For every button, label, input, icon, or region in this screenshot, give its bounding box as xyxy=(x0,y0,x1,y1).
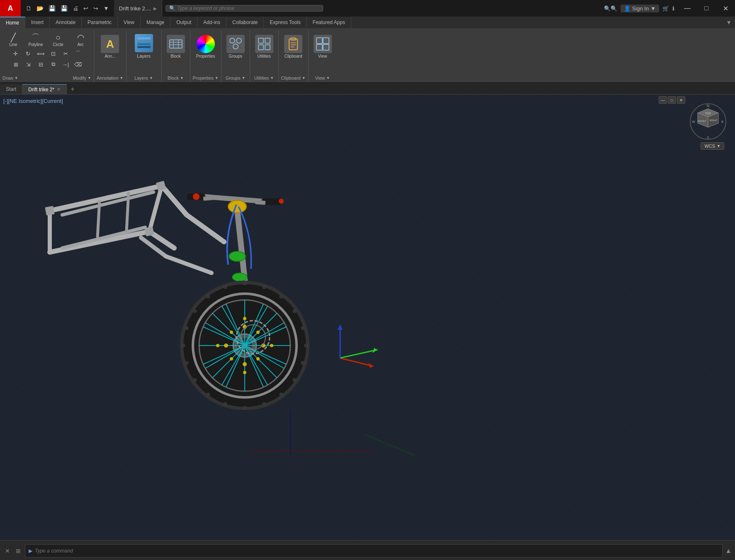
annotation-group-label[interactable]: Annotation ▼ xyxy=(97,75,124,80)
fillet-tool[interactable]: ⌒ xyxy=(73,49,84,58)
view-group-label[interactable]: View ▼ xyxy=(315,75,330,80)
tab-start[interactable]: Start xyxy=(0,84,22,94)
svg-point-118 xyxy=(185,326,188,330)
erase-icon: ⌫ xyxy=(74,61,82,68)
customize-icon[interactable]: ▼ xyxy=(102,4,111,12)
clipboard-group-label[interactable]: Clipboard ▼ xyxy=(281,75,306,80)
wcs-dropdown-icon: ▼ xyxy=(717,144,720,148)
tab-addins[interactable]: Add-ins xyxy=(197,17,226,28)
search-box[interactable]: 🔍 xyxy=(165,5,323,12)
tab-annotate[interactable]: Annotate xyxy=(50,17,82,28)
tab-drift-trike[interactable]: Drift trike 2* ✕ xyxy=(22,84,67,94)
ribbon-options-icon[interactable]: ▼ xyxy=(726,19,732,26)
utilities-group-label[interactable]: Utilities ▼ xyxy=(254,75,274,80)
open-file-icon[interactable]: 📂 xyxy=(35,4,45,12)
maximize-button[interactable]: □ xyxy=(697,0,716,17)
new-tab-button[interactable]: + xyxy=(67,84,78,94)
array-tool[interactable]: ⊞ xyxy=(10,60,22,69)
viewport-minimize-button[interactable]: — xyxy=(659,96,667,104)
draw-group-label[interactable]: Draw ▼ xyxy=(2,75,18,80)
svg-line-50 xyxy=(187,215,224,242)
new-file-icon[interactable]: 🗋 xyxy=(24,4,33,12)
tab-expresstools[interactable]: Express Tools xyxy=(264,17,307,28)
info-icon[interactable]: ℹ xyxy=(672,5,674,12)
annotation-button[interactable]: A Ann... xyxy=(98,32,122,58)
svg-text:TOP: TOP xyxy=(705,112,711,115)
command-input[interactable] xyxy=(35,548,719,554)
viewcube[interactable]: TOP FRONT RIGHT N E S W xyxy=(689,103,727,140)
search-input[interactable] xyxy=(177,5,319,11)
tab-home[interactable]: Home xyxy=(0,17,25,28)
cmdline-up-arrow[interactable]: ▲ xyxy=(725,547,732,555)
svg-point-10 xyxy=(236,38,241,43)
command-line: ✕ ⊞ ▶ ▲ xyxy=(0,540,735,560)
mirror-tool[interactable]: ⟺ xyxy=(35,49,47,58)
block-button[interactable]: Block xyxy=(164,32,187,58)
line-button[interactable]: ╱ Line xyxy=(2,32,24,47)
layers-group-label[interactable]: Layers ▼ xyxy=(134,75,153,80)
tab-view[interactable]: View xyxy=(118,17,141,28)
svg-point-11 xyxy=(233,44,238,49)
groups-tool-label[interactable]: Groups ▼ xyxy=(226,75,246,80)
utilities-button[interactable]: Utilities xyxy=(253,32,276,58)
cmdline-close-icon[interactable]: ✕ xyxy=(3,547,12,555)
rotate-tool[interactable]: ↻ xyxy=(22,49,34,58)
modify-group-label[interactable]: Modify ▼ xyxy=(73,75,91,80)
groups-dropdown-icon: ▼ xyxy=(242,76,246,80)
layers-button[interactable]: Layers xyxy=(129,32,159,61)
search-icon-2[interactable]: 🔍🔍 xyxy=(604,5,617,12)
cmdline-expand-icon[interactable]: ⊞ xyxy=(14,547,22,555)
annotation-dropdown-icon: ▼ xyxy=(120,76,124,80)
cmd-prompt-arrow: ▶ xyxy=(29,548,32,554)
polyline-button[interactable]: ⌒ Polyline xyxy=(25,32,46,47)
clipboard-dropdown-icon: ▼ xyxy=(302,76,306,80)
svg-rect-21 xyxy=(316,38,322,44)
tab-featuredapps[interactable]: Featured Apps xyxy=(307,17,351,28)
block-group-label[interactable]: Block ▼ xyxy=(168,75,184,80)
clipboard-button[interactable]: Clipboard xyxy=(282,32,305,58)
extend-tool[interactable]: →| xyxy=(60,60,71,69)
sign-in-button[interactable]: 👤 Sign In ▼ xyxy=(621,5,659,12)
tab-insert[interactable]: Insert xyxy=(25,17,50,28)
cart-icon[interactable]: 🛒 xyxy=(662,5,669,12)
redo-icon[interactable]: ↪ xyxy=(92,4,100,12)
stretch-tool[interactable]: ⇲ xyxy=(22,60,34,69)
copy-tool[interactable]: ⧉ xyxy=(47,60,59,69)
autocad-logo: A xyxy=(0,0,21,17)
tab-parametric[interactable]: Parametric xyxy=(82,17,118,28)
tab-close-icon[interactable]: ✕ xyxy=(57,87,61,92)
svg-point-70 xyxy=(232,273,247,281)
groups-tool-button[interactable]: Groups xyxy=(224,32,247,58)
viewport[interactable]: [-][NE Isometric][Current] — □ ✕ xyxy=(0,95,735,540)
wcs-label[interactable]: WCS ▼ xyxy=(701,142,724,150)
doc-title-arrow[interactable]: ▶ xyxy=(153,6,157,11)
save-icon[interactable]: 💾 xyxy=(47,4,57,12)
properties-button[interactable]: Properties xyxy=(194,32,218,58)
document-tabs: Start Drift trike 2* ✕ + xyxy=(0,83,735,95)
window-controls: — □ ✕ xyxy=(678,0,735,17)
properties-group-label[interactable]: Properties ▼ xyxy=(193,75,219,80)
plot-icon[interactable]: 🖨 xyxy=(71,4,80,12)
view-button[interactable]: View xyxy=(311,32,334,58)
save-as-icon[interactable]: 💾 xyxy=(59,4,69,12)
command-input-area[interactable]: ▶ xyxy=(25,544,723,558)
tab-manage[interactable]: Manage xyxy=(141,17,170,28)
minimize-button[interactable]: — xyxy=(678,0,697,17)
search-icon: 🔍 xyxy=(169,5,175,11)
viewport-label[interactable]: [-][NE Isometric][Current] xyxy=(3,98,63,104)
offset-tool[interactable]: ⊟ xyxy=(35,60,46,69)
undo-icon[interactable]: ↩ xyxy=(82,4,90,12)
tab-output[interactable]: Output xyxy=(170,17,197,28)
viewport-close-button[interactable]: ✕ xyxy=(677,96,685,104)
trim-tool[interactable]: ✂ xyxy=(60,49,72,58)
line-icon: ╱ xyxy=(11,33,16,41)
scale-tool[interactable]: ⊡ xyxy=(48,49,59,58)
circle-button[interactable]: ○ Circle xyxy=(47,32,69,47)
svg-point-109 xyxy=(293,378,296,382)
tab-collaborate[interactable]: Collaborate xyxy=(226,17,264,28)
close-button[interactable]: ✕ xyxy=(716,0,735,17)
arc-button[interactable]: ◠ Arc xyxy=(70,32,91,47)
move-tool[interactable]: ✛ xyxy=(10,49,22,58)
viewport-restore-button[interactable]: □ xyxy=(668,96,676,104)
erase-tool[interactable]: ⌫ xyxy=(72,60,84,69)
